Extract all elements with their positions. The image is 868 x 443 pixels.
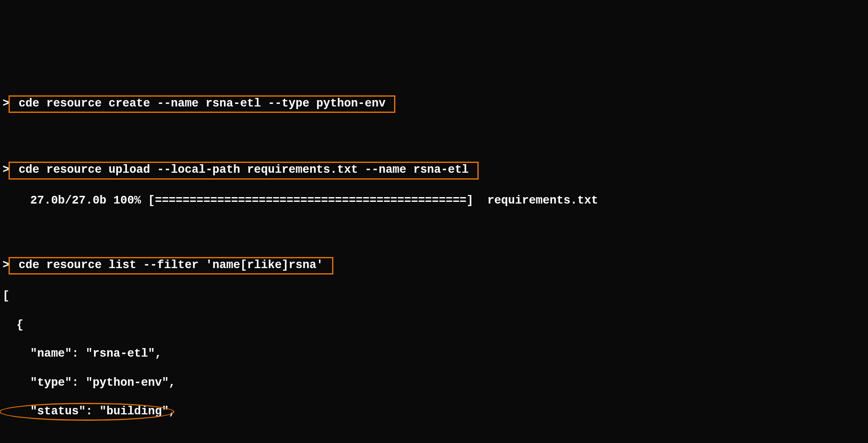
terminal-session: > cde resource create --name rsna-etl --… <box>0 58 868 443</box>
json-output-line: "name": "rsna-etl", <box>3 347 865 361</box>
json-output-line: { <box>3 318 865 333</box>
upload-progress-line: 27.0b/27.0b 100% [======================… <box>3 194 865 208</box>
command-line-1: > cde resource create --name rsna-etl --… <box>3 95 865 113</box>
spacer <box>3 419 865 423</box>
command-highlight-box: cde resource list --filter 'name[rlike]r… <box>9 257 333 275</box>
tear-icon <box>0 438 868 443</box>
json-status-line-building: "status": "building", <box>3 405 176 419</box>
torn-paper-divider <box>0 438 868 443</box>
spacer <box>3 223 865 242</box>
command-highlight-box: cde resource create --name rsna-etl --ty… <box>9 95 395 113</box>
spacer <box>3 127 865 147</box>
command-line-2: > cde resource upload --local-path requi… <box>3 162 865 180</box>
json-output-line: [ <box>3 289 865 304</box>
command-line-3: > cde resource list --filter 'name[rlike… <box>3 257 865 275</box>
command-highlight-box: cde resource upload --local-path require… <box>9 162 479 180</box>
json-output-line: "type": "python-env", <box>3 376 865 390</box>
status-text: "status": "building", <box>3 405 176 418</box>
